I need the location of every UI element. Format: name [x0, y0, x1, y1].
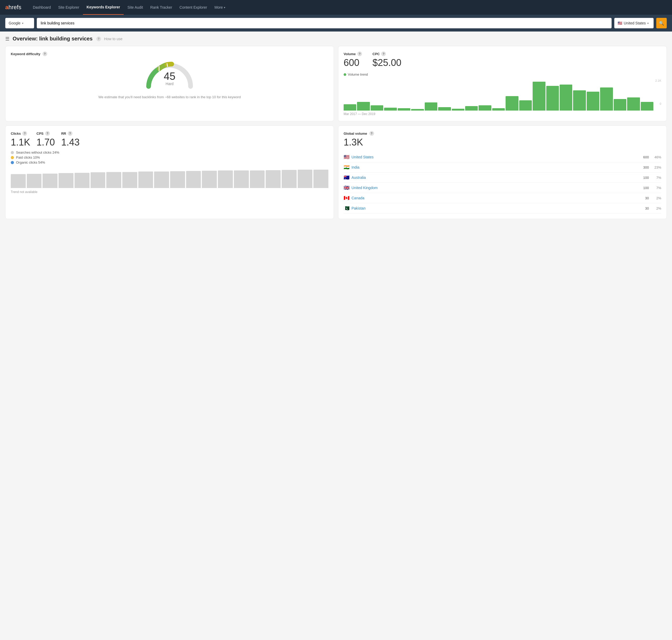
clicks-bar [75, 173, 90, 188]
hamburger-icon[interactable]: ☰ [5, 36, 10, 42]
global-volume-value: 1.3K [344, 137, 661, 148]
country-flag-icon: 🇺🇸 [618, 21, 622, 25]
chart-date-range: Mar 2017 — Dec 2019 [344, 112, 661, 116]
legend-paid: Paid clicks 10% [11, 156, 328, 159]
country-select[interactable]: 🇺🇸 United States ▾ [614, 18, 654, 28]
country-row: 🇵🇰 Pakistan 30 2% [344, 203, 661, 214]
nav-keywords-explorer[interactable]: Keywords Explorer [83, 0, 124, 15]
country-name[interactable]: Canada [352, 196, 640, 200]
clicks-bar [170, 171, 185, 188]
nav-rank-tracker[interactable]: Rank Tracker [147, 0, 176, 15]
legend-items: Searches without clicks 24% Paid clicks … [11, 150, 328, 164]
volume-bar [452, 109, 464, 111]
logo[interactable]: ahrefs [5, 4, 21, 11]
country-name[interactable]: Australia [352, 175, 640, 180]
cps-value: 1.70 [36, 137, 55, 148]
volume-bar [411, 109, 424, 111]
country-pct: 2% [652, 196, 661, 200]
clicks-bar [313, 170, 328, 188]
volume-bar [398, 108, 410, 111]
volume-bar [600, 87, 613, 111]
gauge-svg: 45 Hard [143, 59, 196, 90]
nav-content-explorer[interactable]: Content Explorer [176, 0, 211, 15]
kd-card-label: Keyword difficulty ? [11, 52, 328, 56]
country-dropdown-arrow: ▾ [647, 22, 648, 25]
volume-bar [546, 86, 559, 111]
country-name[interactable]: Pakistan [352, 206, 640, 210]
global-volume-help-icon[interactable]: ? [369, 131, 374, 136]
clicks-bar [11, 174, 26, 188]
gauge-value: 45 [164, 70, 176, 82]
organic-clicks-dot-icon [11, 161, 14, 164]
clicks-bar [186, 171, 201, 188]
volume-bar-chart [344, 79, 661, 111]
country-volume: 100 [640, 186, 649, 190]
volume-bar [371, 105, 383, 111]
country-pct: 2% [652, 206, 661, 210]
country-name[interactable]: United Kingdom [352, 186, 640, 190]
volume-value: 600 [344, 57, 362, 68]
legend-no-clicks: Searches without clicks 24% [11, 150, 328, 155]
rr-help-icon[interactable]: ? [68, 131, 72, 136]
country-name[interactable]: United States [352, 155, 640, 159]
engine-select[interactable]: Google ▾ [5, 18, 34, 28]
clicks-bar [122, 172, 137, 188]
clicks-bar [234, 171, 249, 188]
volume-trend-label: Volume trend [344, 72, 661, 76]
clicks-card: Clicks ? 1.1K CPS ? 1.70 RR ? [5, 126, 334, 219]
nav-more[interactable]: More ▾ [211, 0, 229, 15]
legend-organic: Organic clicks 54% [11, 160, 328, 164]
volume-bar [519, 100, 532, 111]
volume-card: Volume ? 600 CPC ? $25.00 Volume trend [338, 46, 667, 121]
country-flag-icon: 🇦🇺 [344, 175, 349, 180]
nav-links: Dashboard Site Explorer Keywords Explore… [29, 0, 229, 15]
gauge-difficulty-label: Hard [166, 82, 174, 86]
help-icon[interactable]: ? [96, 37, 101, 41]
country-name[interactable]: India [352, 165, 640, 170]
cpc-label: CPC ? [373, 52, 401, 56]
volume-bar [506, 96, 518, 111]
volume-help-icon[interactable]: ? [357, 52, 362, 56]
clicks-value: 1.1K [11, 137, 30, 148]
cpc-metric: CPC ? $25.00 [373, 52, 401, 68]
search-button[interactable]: 🔍 [656, 18, 667, 28]
kd-description: We estimate that you'll need backlinks f… [11, 94, 328, 100]
volume-bar [614, 99, 626, 111]
volume-chart-wrapper: 2.1K 0 [344, 79, 661, 111]
nav-site-explorer[interactable]: Site Explorer [55, 0, 83, 15]
volume-bar [344, 104, 356, 111]
clicks-bar [202, 171, 217, 188]
clicks-bar [298, 170, 313, 188]
navbar: ahrefs Dashboard Site Explorer Keywords … [0, 0, 672, 15]
how-to-use-link[interactable]: How to use [104, 37, 123, 41]
country-flag-icon: 🇺🇸 [344, 154, 349, 160]
clicks-metric: Clicks ? 1.1K [11, 131, 30, 148]
page-title: Overview: link building services [13, 36, 93, 42]
volume-bar [559, 85, 572, 111]
rr-label: RR ? [61, 131, 79, 136]
country-pct: 7% [652, 176, 661, 180]
cpc-help-icon[interactable]: ? [381, 52, 386, 56]
svg-line-1 [167, 63, 167, 67]
rr-value: 1.43 [61, 137, 79, 148]
nav-site-audit[interactable]: Site Audit [124, 0, 147, 15]
volume-bar [587, 92, 599, 111]
clicks-bar [266, 170, 281, 188]
search-icon: 🔍 [659, 21, 664, 26]
kd-help-icon[interactable]: ? [43, 52, 47, 56]
search-input[interactable] [37, 18, 612, 28]
nav-dashboard[interactable]: Dashboard [29, 0, 55, 15]
volume-bar [627, 98, 640, 111]
cps-help-icon[interactable]: ? [45, 131, 50, 136]
volume-bar [573, 90, 586, 111]
trend-dot-icon [344, 73, 346, 76]
country-flag-icon: 🇬🇧 [344, 185, 349, 191]
page-header: ☰ Overview: link building services ? How… [5, 36, 667, 42]
volume-bar [438, 107, 451, 111]
trend-na-label: Trend not available [11, 190, 328, 194]
volume-bar [357, 102, 370, 111]
clicks-help-icon[interactable]: ? [22, 131, 27, 136]
volume-bar [533, 82, 545, 111]
cps-label: CPS ? [36, 131, 55, 136]
volume-label: Volume ? [344, 52, 362, 56]
